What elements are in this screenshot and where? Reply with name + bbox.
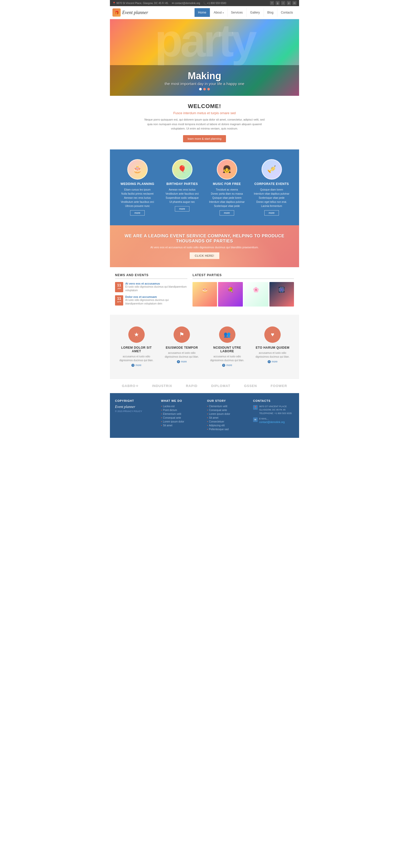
news-date-1: 11 jan <box>115 282 123 292</box>
footer-copyright-col: COPYRIGHT Event planner © 2015 PRIVACY P… <box>115 399 156 432</box>
news-month-1: jan <box>117 287 121 290</box>
news-headline-1[interactable]: At vero eos et accusamus <box>125 282 187 285</box>
pinterest-icon[interactable]: p <box>287 1 291 5</box>
footer-ourstory-link-2[interactable]: •Consequat ante <box>207 409 248 411</box>
service-birthday-more[interactable]: more <box>175 206 189 212</box>
service-music-title: MUSIC FOR FREE <box>208 182 246 186</box>
parties-grid: 🎂 💐 🌸 🎆 <box>193 282 294 307</box>
footer-email-item: ✉ E-MAIL... contact@demolink.org <box>253 417 294 424</box>
cta-banner: WE ARE A LEADING EVENT SERVICE COMPANY, … <box>110 225 299 267</box>
feature-more-2[interactable]: ℹ more <box>163 360 201 363</box>
news-headline-2[interactable]: Dolor eos et accumsam <box>125 295 187 298</box>
feature-more-4[interactable]: ℹ more <box>254 360 292 363</box>
parties-title: LATEST PARTIES <box>193 273 294 279</box>
hero-dot-2[interactable] <box>203 88 206 90</box>
googleplus-icon[interactable]: g <box>275 1 280 5</box>
footer-whatwedo-link-3[interactable]: •Elementum velit <box>161 412 202 415</box>
footer-whatwedo-link-6[interactable]: •Sit amet <box>161 424 202 427</box>
nav-home[interactable]: Home <box>195 8 210 17</box>
brand-4: DIPLOMAT <box>211 384 230 388</box>
feature-title-3: NCIDIDUNT UTRE LABORE <box>208 346 246 353</box>
nav-about[interactable]: About ▾ <box>210 8 228 17</box>
feature-1: ★ LOREM DOLOR SIT AMET accusamus et iust… <box>115 322 158 371</box>
feature-4: ♥ ETO HARUM QUIDEM accusamus et iusto od… <box>251 322 294 371</box>
feature-icon-1: ★ <box>128 327 145 343</box>
parties-section: LATEST PARTIES 🎂 💐 🌸 🎆 <box>193 273 294 309</box>
news-body-1: Et iusto odio dignissimos ducimus qui bl… <box>125 285 187 292</box>
feature-more-1[interactable]: ℹ more <box>118 364 155 367</box>
service-corporate-more[interactable]: more <box>264 210 279 216</box>
news-body-2: At iusto odio dignossimos ducimus qui bl… <box>125 298 187 306</box>
feature-3: 👥 NCIDIDUNT UTRE LABORE accusamus et ius… <box>206 322 249 371</box>
features-grid: ★ LOREM DOLOR SIT AMET accusamus et iust… <box>115 322 294 371</box>
hero-section: party Making the most important day in y… <box>110 19 299 96</box>
location-icon: 📍 <box>113 2 116 5</box>
nav-contacts[interactable]: Contacts <box>277 8 296 17</box>
service-birthday-text: Aenean nec eros luctus Vestibulum ante f… <box>163 188 201 204</box>
footer-ourstory-link-1[interactable]: •Clementum velit <box>207 405 248 408</box>
party-thumb-3[interactable]: 🌸 <box>244 282 268 307</box>
news-day-2: 11 <box>117 296 122 301</box>
service-wedding-text: Etiam cursus leo ipsum Nulla facilisi pr… <box>119 188 156 208</box>
logo[interactable]: 🎁 Event planner <box>113 8 195 17</box>
feature-icon-3: 👥 <box>219 327 235 343</box>
cta-button[interactable]: CLICK HERE! <box>190 252 219 259</box>
service-wedding-image: 🎂 <box>127 159 148 180</box>
rss-icon[interactable]: r <box>281 1 285 5</box>
footer-whatwedo-link-5[interactable]: •Lorem ipsum dolor <box>161 420 202 423</box>
news-item-1: 11 jan At vero eos et accusamus Et iusto… <box>115 282 187 292</box>
news-month-2: apr <box>117 301 121 303</box>
hero-dot-3[interactable] <box>207 88 210 90</box>
service-birthday-image: 🎈 <box>172 159 193 180</box>
service-wedding-more[interactable]: more <box>130 210 145 216</box>
footer-whatwedo-link-2[interactable]: •Point dictum <box>161 409 202 411</box>
service-birthday: 🎈 BIRTHDAY PARTIES Aenean nec eros luctu… <box>160 157 204 218</box>
party-thumb-2[interactable]: 💐 <box>218 282 242 307</box>
feature-icon-4: ♥ <box>264 327 281 343</box>
social-links[interactable]: f g r p in <box>270 1 296 5</box>
news-date-2: 11 apr <box>115 295 123 306</box>
news-parties-section: NEWS AND EVENTS 11 jan At vero eos et ac… <box>110 267 299 315</box>
feature-icon-2: ⚑ <box>174 327 190 343</box>
footer-ourstory-link-6[interactable]: •Adipiscing elit <box>207 424 248 427</box>
top-bar: 📍 9870 St Vincent Place, Glasgow, DC 45 … <box>110 0 299 6</box>
footer-ourstory-link-4[interactable]: •Sit amet <box>207 416 248 419</box>
footer-ourstory-link-7[interactable]: •Pellentesque sad <box>207 428 248 431</box>
address-info: 📍 9870 St Vincent Place, Glasgow, DC 45 … <box>113 2 169 5</box>
footer-address-icon: 📍 <box>253 405 258 410</box>
nav-services[interactable]: Services <box>228 8 247 17</box>
hero-letters: party <box>155 19 254 67</box>
party-thumb-4[interactable]: 🎆 <box>269 282 294 307</box>
feature-more-3[interactable]: ℹ more <box>208 364 246 367</box>
feature-text-1: accusamus et iusto odio dignissimos duci… <box>118 354 155 362</box>
email-info: ✉ contact@demolink.org <box>172 2 200 5</box>
nav-blog[interactable]: Blog <box>264 8 277 17</box>
footer-copyright-label: COPYRIGHT <box>115 399 156 402</box>
nav-gallery[interactable]: Gallery <box>247 8 264 17</box>
service-music: 👧 MUSIC FOR FREE Tincidunt ac viverra Do… <box>204 157 249 218</box>
hero-dot-1[interactable] <box>199 88 202 90</box>
main-nav: Home About ▾ Services Gallery Blog Conta… <box>195 8 296 17</box>
welcome-subtitle: Fusce interdum metus et turpis ornare se… <box>120 111 289 115</box>
service-corporate-text: Quisque diam lorem Interdum vitae dapibu… <box>253 188 290 208</box>
footer-email-value[interactable]: contact@demolink.org <box>259 421 285 424</box>
service-music-more[interactable]: more <box>220 210 234 216</box>
linkedin-icon[interactable]: in <box>292 1 296 5</box>
hero-dots[interactable] <box>199 88 210 90</box>
service-wedding: 🎂 WEDDING PLANNING Etiam cursus leo ipsu… <box>115 157 160 218</box>
learn-more-button[interactable]: learn more & start planning <box>183 135 226 142</box>
footer-ourstory-link-3[interactable]: •Lorem ipsum dolor <box>207 412 248 415</box>
footer-whatwedo-link-4[interactable]: •Consequat ante <box>161 416 202 419</box>
hero-overlay: Making the most important day in your li… <box>110 65 299 96</box>
feature-more-icon-4: ℹ <box>268 360 271 363</box>
news-day-1: 11 <box>117 283 122 287</box>
service-birthday-title: BIRTHDAY PARTIES <box>163 182 201 186</box>
facebook-icon[interactable]: f <box>270 1 274 5</box>
footer: COPYRIGHT Event planner © 2015 PRIVACY P… <box>110 393 299 438</box>
footer-ourstory-link-5[interactable]: •Consectetuer <box>207 420 248 423</box>
service-corporate-image: 🎺 <box>262 159 282 180</box>
header: 🎁 Event planner Home About ▾ Services Ga… <box>110 6 299 19</box>
brand-1: GABRO✿ <box>122 384 138 388</box>
footer-whatwedo-link-1[interactable]: •Laclea est <box>161 405 202 408</box>
party-thumb-1[interactable]: 🎂 <box>193 282 217 307</box>
